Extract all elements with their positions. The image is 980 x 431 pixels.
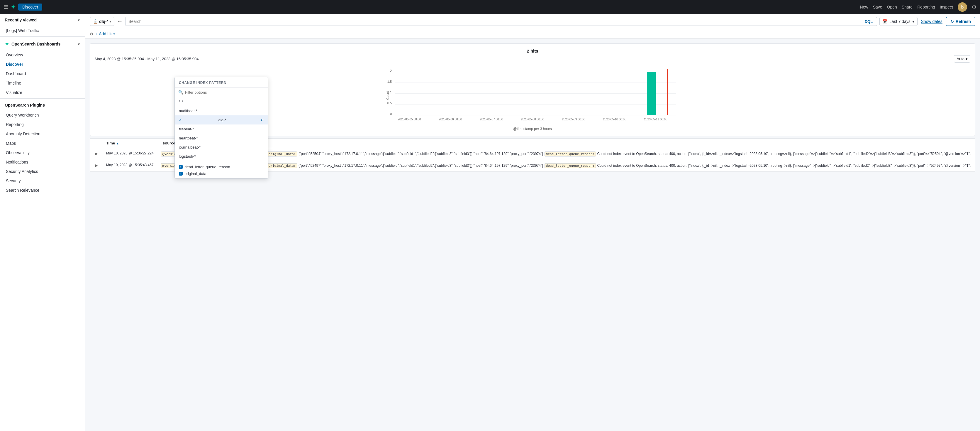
sidebar-item-timeline[interactable]: Timeline xyxy=(0,78,85,88)
interval-chevron: ▾ xyxy=(966,57,968,61)
dql-button[interactable]: DQL xyxy=(864,19,874,24)
selected-check-icon: ✓ xyxy=(179,118,182,122)
dropdown-item-0[interactable]: *-* xyxy=(175,97,268,106)
logo-icon: ✦ xyxy=(11,3,16,11)
svg-text:0.5: 0.5 xyxy=(387,101,392,105)
chart-header: May 4, 2023 @ 15:35:35.904 - May 11, 202… xyxy=(95,55,970,62)
opensearch-plugins-header: OpenSearch Plugins xyxy=(0,100,85,110)
dropdown-item-4[interactable]: heartbeat-* xyxy=(175,134,268,143)
recently-viewed-chevron: ∨ xyxy=(77,18,80,22)
dropdown-item-label-3: filebeat-* xyxy=(179,127,194,131)
svg-text:2023-05-08 00:00: 2023-05-08 00:00 xyxy=(521,118,544,121)
avatar[interactable]: b xyxy=(958,2,967,12)
save-link[interactable]: Save xyxy=(873,5,882,10)
add-filter-label: + Add filter xyxy=(95,32,115,36)
opensearch-dashboards-label: OpenSearch Dashboards xyxy=(11,42,60,46)
field-label-1: original_data xyxy=(185,171,206,176)
search-input[interactable] xyxy=(129,19,861,24)
new-link[interactable]: New xyxy=(860,5,868,10)
opensearch-dashboards-header[interactable]: ✦ OpenSearch Dashboards ∨ xyxy=(0,38,85,50)
sidebar-item-search-relevance[interactable]: Search Relevance xyxy=(0,185,85,195)
field-item-1[interactable]: t original_data xyxy=(179,170,264,177)
time-cell-0: May 10, 2023 @ 15:36:27.224 xyxy=(103,148,157,160)
date-range-label: Last 7 days xyxy=(889,19,910,24)
date-picker-button[interactable]: 📅 Last 7 days ▾ xyxy=(880,17,918,26)
sidebar-item-dashboard[interactable]: Dashboard xyxy=(0,69,85,78)
index-pattern-dropdown: CHANGE INDEX PATTERN 🔍 *-* auditbeat-* ✓… xyxy=(175,77,268,179)
settings-icon[interactable]: ⚙ xyxy=(972,4,977,10)
sidebar-item-observability[interactable]: Observability xyxy=(0,148,85,157)
dropdown-item-label-1: auditbeat-* xyxy=(179,109,197,113)
expand-row-0-button[interactable]: ▶ xyxy=(94,151,99,156)
main-content: 📋 dlq-* ▾ ⇐ DQL 📅 Last 7 days ▾ Show dat… xyxy=(85,14,980,431)
dropdown-search-bar: 🔍 xyxy=(175,88,268,97)
sidebar-item-query-workbench[interactable]: Query Workbench xyxy=(0,110,85,120)
share-link[interactable]: Share xyxy=(902,5,913,10)
divider-2 xyxy=(0,98,85,99)
index-pattern-chevron: ▾ xyxy=(110,20,111,24)
original-data-tag-1: original_data: xyxy=(267,163,298,168)
sidebar-item-security-analytics[interactable]: Security Analytics xyxy=(0,167,85,176)
show-dates-button[interactable]: Show dates xyxy=(920,19,943,24)
filter-icon: ⊘ xyxy=(90,32,93,36)
sidebar-item-notifications[interactable]: Notifications xyxy=(0,157,85,167)
dropdown-search-input[interactable] xyxy=(185,90,264,94)
sidebar-item-maps[interactable]: Maps xyxy=(0,139,85,148)
sidebar-item-overview[interactable]: Overview xyxy=(0,50,85,60)
sidebar-item-visualize[interactable]: Visualize xyxy=(0,88,85,97)
svg-text:2023-05-11 00:00: 2023-05-11 00:00 xyxy=(644,118,667,121)
navbar-left: ☰ ✦ Discover xyxy=(3,3,42,11)
time-cell-1: May 10, 2023 @ 15:35:43.467 xyxy=(103,160,157,172)
refresh-icon: ↻ xyxy=(950,19,954,24)
svg-text:Count: Count xyxy=(386,91,390,99)
reporting-link[interactable]: Reporting xyxy=(917,5,935,10)
interval-label: Auto xyxy=(956,57,964,61)
app-button[interactable]: Discover xyxy=(18,3,42,11)
dropdown-item-5[interactable]: journalbeat-* xyxy=(175,143,268,152)
dropdown-item-1[interactable]: auditbeat-* xyxy=(175,106,268,115)
dropdown-item-label-6: logstash-* xyxy=(179,154,196,158)
inspect-link[interactable]: Inspect xyxy=(940,5,953,10)
toolbar: 📋 dlq-* ▾ ⇐ DQL 📅 Last 7 days ▾ Show dat… xyxy=(85,14,980,29)
os-logo-icon: ✦ xyxy=(5,41,9,47)
field-item-0[interactable]: t dead_letter_queue_reason xyxy=(179,164,264,170)
svg-text:1.5: 1.5 xyxy=(387,80,392,83)
dropdown-item-label-2: dlq-* xyxy=(218,118,226,122)
collapse-sidebar-button[interactable]: ⇐ xyxy=(117,18,123,26)
sidebar-item-security[interactable]: Security xyxy=(0,176,85,185)
recently-viewed-header[interactable]: Recently viewed ∨ xyxy=(0,14,85,26)
sidebar-item-anomaly-detection[interactable]: Anomaly Detection xyxy=(0,129,85,139)
svg-text:2023-05-10 00:00: 2023-05-10 00:00 xyxy=(603,118,626,121)
dropdown-items: *-* auditbeat-* ✓ dlq-* ↵ filebeat-* hea xyxy=(175,97,268,161)
original-data-tag-0: original_data: xyxy=(267,152,298,156)
refresh-button[interactable]: ↻ Refresh xyxy=(946,17,975,26)
chart-date-range: May 4, 2023 @ 15:35:35.904 - May 11, 202… xyxy=(95,57,199,61)
sidebar-item-reporting[interactable]: Reporting xyxy=(0,120,85,129)
dropdown-item-label-5: journalbeat-* xyxy=(179,145,200,149)
svg-text:2023-05-05 00:00: 2023-05-05 00:00 xyxy=(398,118,421,121)
col-time-header[interactable]: Time ▲ xyxy=(103,139,157,148)
dropdown-item-3[interactable]: filebeat-* xyxy=(175,125,268,134)
dropdown-item-6[interactable]: logstash-* xyxy=(175,152,268,161)
dropdown-item-2[interactable]: ✓ dlq-* ↵ xyxy=(175,115,268,125)
index-pattern-button[interactable]: 📋 dlq-* ▾ xyxy=(90,17,115,26)
open-link[interactable]: Open xyxy=(887,5,897,10)
svg-text:2023-05-07 00:00: 2023-05-07 00:00 xyxy=(480,118,503,121)
recent-item-web-traffic[interactable]: [Logs] Web Traffic xyxy=(0,26,85,35)
dropdown-item-label-0: *-* xyxy=(179,99,183,104)
chart-interval-select[interactable]: Auto ▾ xyxy=(954,55,970,62)
navbar-right: New Save Open Share Reporting Inspect b … xyxy=(860,2,977,12)
app-layout: Recently viewed ∨ [Logs] Web Traffic ✦ O… xyxy=(0,14,980,431)
sidebar-item-discover[interactable]: Discover xyxy=(0,60,85,69)
content-area: 2 hits May 4, 2023 @ 15:35:35.904 - May … xyxy=(85,39,980,431)
menu-icon[interactable]: ☰ xyxy=(3,4,8,10)
index-pattern-label: dlq-* xyxy=(99,19,108,24)
add-filter-button[interactable]: + Add filter xyxy=(95,32,115,36)
bar-may11 xyxy=(647,72,655,115)
svg-text:2023-05-09 00:00: 2023-05-09 00:00 xyxy=(562,118,585,121)
opensearch-dashboards-chevron: ∨ xyxy=(77,42,80,46)
calendar-icon: 📅 xyxy=(883,19,888,24)
expand-row-1-button[interactable]: ▶ xyxy=(94,163,99,168)
dlq-reason-tag-1: dead_letter_queue_reason: xyxy=(544,163,596,168)
navbar: ☰ ✦ Discover New Save Open Share Reporti… xyxy=(0,0,980,14)
